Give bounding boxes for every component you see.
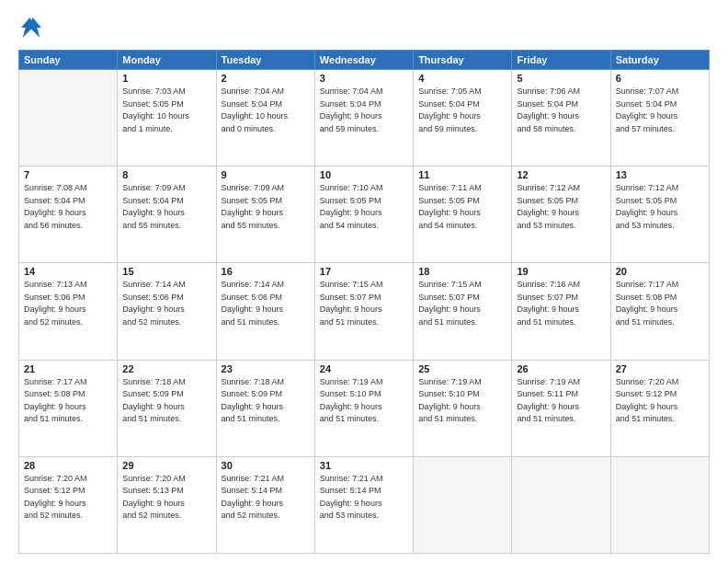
calendar-cell: 19Sunrise: 7:16 AMSunset: 5:07 PMDayligh… [512,263,610,360]
day-number: 10 [320,169,408,180]
calendar-cell: 7Sunrise: 7:08 AMSunset: 5:04 PMDaylight… [19,167,118,263]
day-info: Sunrise: 7:16 AMSunset: 5:07 PMDaylight:… [517,279,605,328]
logo [18,15,48,40]
day-number: 25 [418,363,506,374]
day-info: Sunrise: 7:20 AMSunset: 5:12 PMDaylight:… [24,473,112,523]
day-number: 2 [222,73,310,84]
calendar-cell [512,456,610,553]
day-number: 26 [517,363,605,374]
day-number: 29 [122,460,210,471]
day-number: 7 [24,169,112,180]
day-info: Sunrise: 7:17 AMSunset: 5:08 PMDaylight:… [616,279,704,328]
day-number: 23 [222,363,310,374]
week-row-3: 14Sunrise: 7:13 AMSunset: 5:06 PMDayligh… [19,263,710,360]
day-info: Sunrise: 7:04 AMSunset: 5:04 PMDaylight:… [320,86,408,135]
calendar-cell: 20Sunrise: 7:17 AMSunset: 5:08 PMDayligh… [610,263,709,360]
calendar-cell: 16Sunrise: 7:14 AMSunset: 5:06 PMDayligh… [216,263,314,360]
calendar-cell: 22Sunrise: 7:18 AMSunset: 5:09 PMDayligh… [118,360,216,456]
calendar-cell: 24Sunrise: 7:19 AMSunset: 5:10 PMDayligh… [314,360,413,456]
day-number: 8 [122,169,210,180]
day-number: 12 [517,169,605,180]
calendar-cell: 11Sunrise: 7:11 AMSunset: 5:05 PMDayligh… [414,167,512,263]
calendar-cell: 30Sunrise: 7:21 AMSunset: 5:14 PMDayligh… [216,456,314,553]
day-info: Sunrise: 7:14 AMSunset: 5:06 PMDaylight:… [222,279,310,328]
calendar-cell: 8Sunrise: 7:09 AMSunset: 5:04 PMDaylight… [118,167,216,263]
day-number: 22 [122,363,210,374]
week-row-1: 1Sunrise: 7:03 AMSunset: 5:05 PMDaylight… [19,70,710,167]
day-info: Sunrise: 7:08 AMSunset: 5:04 PMDaylight:… [24,182,112,232]
day-number: 13 [616,169,704,180]
day-number: 31 [320,460,408,471]
calendar-cell: 9Sunrise: 7:09 AMSunset: 5:05 PMDaylight… [216,167,314,263]
day-number: 17 [320,266,408,277]
day-number: 19 [517,266,605,277]
calendar-cell: 29Sunrise: 7:20 AMSunset: 5:13 PMDayligh… [118,456,216,553]
day-number: 11 [418,169,506,180]
day-info: Sunrise: 7:15 AMSunset: 5:07 PMDaylight:… [320,279,408,328]
day-number: 30 [222,460,310,471]
day-info: Sunrise: 7:07 AMSunset: 5:04 PMDaylight:… [616,86,704,135]
day-info: Sunrise: 7:12 AMSunset: 5:05 PMDaylight:… [517,182,605,232]
calendar-cell: 25Sunrise: 7:19 AMSunset: 5:10 PMDayligh… [414,360,512,456]
day-info: Sunrise: 7:15 AMSunset: 5:07 PMDaylight:… [418,279,506,328]
day-number: 9 [222,169,310,180]
day-number: 24 [320,363,408,374]
day-number: 20 [616,266,704,277]
logo-icon [18,15,44,40]
header-saturday: Saturday [610,51,709,70]
calendar-cell: 4Sunrise: 7:05 AMSunset: 5:04 PMDaylight… [414,70,512,167]
day-info: Sunrise: 7:18 AMSunset: 5:09 PMDaylight:… [122,376,210,426]
calendar-cell: 17Sunrise: 7:15 AMSunset: 5:07 PMDayligh… [314,263,413,360]
day-number: 3 [320,73,408,84]
header-monday: Monday [118,51,216,70]
calendar-cell: 21Sunrise: 7:17 AMSunset: 5:08 PMDayligh… [19,360,118,456]
day-info: Sunrise: 7:19 AMSunset: 5:10 PMDaylight:… [418,376,506,426]
day-info: Sunrise: 7:04 AMSunset: 5:04 PMDaylight:… [222,86,310,135]
calendar-cell: 13Sunrise: 7:12 AMSunset: 5:05 PMDayligh… [610,167,709,263]
day-info: Sunrise: 7:20 AMSunset: 5:13 PMDaylight:… [122,473,210,523]
day-number: 14 [24,266,112,277]
day-number: 1 [122,73,210,84]
day-info: Sunrise: 7:14 AMSunset: 5:06 PMDaylight:… [122,279,210,328]
header-tuesday: Tuesday [216,51,314,70]
day-info: Sunrise: 7:19 AMSunset: 5:11 PMDaylight:… [517,376,605,426]
day-info: Sunrise: 7:09 AMSunset: 5:04 PMDaylight:… [122,182,210,232]
page: SundayMondayTuesdayWednesdayThursdayFrid… [0,0,728,563]
day-info: Sunrise: 7:20 AMSunset: 5:12 PMDaylight:… [616,376,704,426]
calendar-header-row: SundayMondayTuesdayWednesdayThursdayFrid… [19,51,710,70]
day-number: 27 [616,363,704,374]
day-info: Sunrise: 7:10 AMSunset: 5:05 PMDaylight:… [320,182,408,232]
calendar-table: SundayMondayTuesdayWednesdayThursdayFrid… [18,50,710,554]
calendar-cell: 12Sunrise: 7:12 AMSunset: 5:05 PMDayligh… [512,167,610,263]
day-number: 6 [616,73,704,84]
calendar-cell: 14Sunrise: 7:13 AMSunset: 5:06 PMDayligh… [19,263,118,360]
calendar-cell [414,456,512,553]
header-sunday: Sunday [19,51,118,70]
day-info: Sunrise: 7:18 AMSunset: 5:09 PMDaylight:… [222,376,310,426]
day-number: 18 [418,266,506,277]
calendar-cell: 1Sunrise: 7:03 AMSunset: 5:05 PMDaylight… [118,70,216,167]
week-row-2: 7Sunrise: 7:08 AMSunset: 5:04 PMDaylight… [19,167,710,263]
calendar-cell: 10Sunrise: 7:10 AMSunset: 5:05 PMDayligh… [314,167,413,263]
day-info: Sunrise: 7:05 AMSunset: 5:04 PMDaylight:… [418,86,506,135]
calendar-cell: 5Sunrise: 7:06 AMSunset: 5:04 PMDaylight… [512,70,610,167]
day-number: 21 [24,363,112,374]
week-row-4: 21Sunrise: 7:17 AMSunset: 5:08 PMDayligh… [19,360,710,456]
header [18,15,710,40]
calendar-cell: 31Sunrise: 7:21 AMSunset: 5:14 PMDayligh… [314,456,413,553]
header-wednesday: Wednesday [314,51,413,70]
svg-marker-0 [21,17,41,38]
calendar-cell [19,70,118,167]
day-number: 5 [517,73,605,84]
day-info: Sunrise: 7:13 AMSunset: 5:06 PMDaylight:… [24,279,112,328]
calendar-cell: 23Sunrise: 7:18 AMSunset: 5:09 PMDayligh… [216,360,314,456]
day-info: Sunrise: 7:06 AMSunset: 5:04 PMDaylight:… [517,86,605,135]
day-info: Sunrise: 7:12 AMSunset: 5:05 PMDaylight:… [616,182,704,232]
calendar-cell: 28Sunrise: 7:20 AMSunset: 5:12 PMDayligh… [19,456,118,553]
header-friday: Friday [512,51,610,70]
day-info: Sunrise: 7:21 AMSunset: 5:14 PMDaylight:… [222,473,310,523]
calendar-cell: 27Sunrise: 7:20 AMSunset: 5:12 PMDayligh… [610,360,709,456]
day-number: 15 [122,266,210,277]
day-number: 4 [418,73,506,84]
calendar-cell: 15Sunrise: 7:14 AMSunset: 5:06 PMDayligh… [118,263,216,360]
